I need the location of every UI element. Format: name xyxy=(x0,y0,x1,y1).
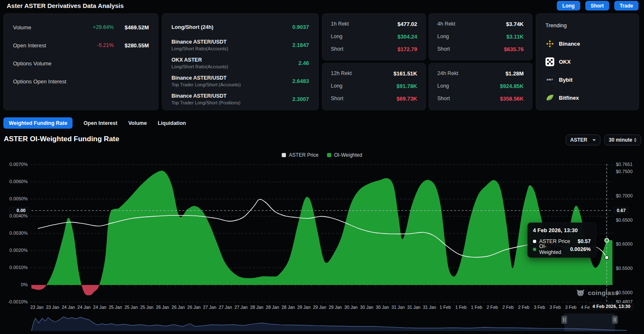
legend-item[interactable]: ASTER Price xyxy=(282,152,319,158)
ratio-row: Binance ASTER/USDTLong/Short Ratio(Accou… xyxy=(171,38,309,52)
rekt-row: Short$358.56K xyxy=(437,94,524,103)
binance-logo xyxy=(545,39,554,48)
tooltip-rows: ASTER Price$0.57OI-Weighted0.0026% xyxy=(533,237,591,253)
rekt-short-value: $358.56K xyxy=(500,96,524,102)
okx-logo-icon xyxy=(545,57,554,66)
right-axis-tick: $0.7000 xyxy=(616,193,633,198)
x-axis-tick: 29 Jan xyxy=(329,305,342,310)
chart-section-title: ASTER OI-Weighted Funding Rate xyxy=(4,135,119,143)
tooltip-series-dot xyxy=(533,240,536,243)
x-axis-tick: 26 Jan xyxy=(156,305,169,310)
ratio-label-group: Binance ASTER/USDTTop Trader Long/Short … xyxy=(171,93,292,105)
right-axis-tick: $0.7500 xyxy=(616,169,633,174)
x-axis-tick: 2 Feb xyxy=(518,305,530,310)
trending-item-bitfinex[interactable]: Bitfinex xyxy=(545,93,629,103)
x-axis-tick: 28 Jan xyxy=(266,305,279,310)
rekt-total-label: 4h Rekt xyxy=(437,21,506,27)
tab-open-interest[interactable]: Open Interest xyxy=(83,117,117,129)
rekt-short-label: Short xyxy=(331,96,397,101)
trade-button[interactable]: Trade xyxy=(614,1,639,10)
x-axis-tick: 26 Jan xyxy=(187,305,201,310)
right-axis-tick: $0.5500 xyxy=(616,266,633,271)
left-axis-tick: 0.0030% xyxy=(0,230,28,236)
svg-text:BYB!T: BYB!T xyxy=(547,79,553,81)
tab-weighted-funding-rate[interactable]: Weighted Funding Rate xyxy=(3,117,73,129)
rekt-long-value: $924.85K xyxy=(500,83,524,89)
rekt-total-value: $3.74K xyxy=(506,21,524,27)
trending-item-okx[interactable]: OKX xyxy=(545,57,629,67)
tab-liquidation[interactable]: Liquidation xyxy=(158,117,186,129)
ratio-title: Long/Short (24h) xyxy=(171,24,292,30)
long-button[interactable]: Long xyxy=(557,1,580,10)
rekt-short-value: $172.79 xyxy=(397,46,417,52)
ratio-value: 0.9037 xyxy=(292,24,309,30)
tooltip-series-label: OI-Weighted xyxy=(539,243,567,255)
rekt-short-label: Short xyxy=(437,96,500,101)
navigator-handle[interactable] xyxy=(612,316,618,324)
x-axis-tick: 23 Jan xyxy=(30,305,44,310)
bull-icon xyxy=(576,288,585,297)
chart-navigator[interactable] xyxy=(0,313,644,331)
rekt-row: Short$69.73K xyxy=(331,94,417,103)
trending-item-bybit[interactable]: BYB!TBybit xyxy=(545,75,629,85)
ratio-value: 2.6483 xyxy=(292,78,309,84)
short-button[interactable]: Short xyxy=(585,1,609,10)
ratio-subtitle: Top Trader Long/Short (Positions) xyxy=(171,100,292,105)
tooltip-row: OI-Weighted0.0026% xyxy=(533,245,591,253)
rekt-card-1h: 1h Rekt$477.02Long$304.24Short$172.79 xyxy=(322,13,426,60)
ratio-subtitle: Long/Short Ratio(Accounts) xyxy=(171,46,292,51)
crosshair-right-label: 0.67 xyxy=(614,207,628,214)
rekt-row: Long$91.78K xyxy=(331,81,417,91)
legend-label: ASTER Price xyxy=(289,152,319,158)
interval-select[interactable]: 30 minute xyxy=(604,135,641,145)
ratio-value: 2.3007 xyxy=(292,96,309,102)
ratio-row: Long/Short (24h)0.9037 xyxy=(171,20,309,34)
market-stats-card: Volume+29.64%$469.52MOpen Interest-5.21%… xyxy=(3,13,158,110)
rekt-total-label: 12h Rekt xyxy=(331,70,394,76)
x-axis-tick: 2 Feb xyxy=(487,305,498,310)
tooltip-title: 4 Feb 2026, 13:30 xyxy=(533,227,591,233)
ratio-title: Binance ASTER/USDT xyxy=(171,75,292,81)
rekt-short-label: Short xyxy=(331,46,397,52)
x-axis-tick: 3 Feb xyxy=(534,305,545,310)
rekt-total-value: $161.51K xyxy=(394,70,417,77)
navigator-handle[interactable] xyxy=(561,316,567,324)
tooltip-series-value: $0.57 xyxy=(578,238,591,244)
stat-label: Options Open Interest xyxy=(13,78,81,85)
crosshair-time-label: 4 Feb 2026, 13:30 xyxy=(589,303,634,310)
market-stats-rows: Volume+29.64%$469.52MOpen Interest-5.21%… xyxy=(13,23,149,86)
trending-items: BinanceOKXBYB!TBybitBitfinex xyxy=(545,39,629,103)
legend-swatch xyxy=(282,153,286,157)
x-axis-tick: 31 Jan xyxy=(423,305,436,310)
chevron-down-icon xyxy=(592,139,596,141)
watermark-label: coinglass xyxy=(588,289,618,297)
legend-item[interactable]: OI-Weighted xyxy=(327,152,362,158)
x-axis-tick: 3 Feb xyxy=(550,305,561,310)
bitfinex-logo-icon xyxy=(545,93,554,102)
stat-row: Options Volume xyxy=(13,59,149,68)
x-axis-tick: 23 Jan xyxy=(46,305,60,310)
left-axis-tick: 0.0010% xyxy=(0,265,28,270)
trending-exchange-name: OKX xyxy=(559,59,571,65)
symbol-select[interactable]: ASTER xyxy=(566,135,600,145)
x-axis-tick: 28 Jan xyxy=(282,305,295,310)
ratio-subtitle: Long/Short Ratio(Accounts) xyxy=(171,64,299,69)
trending-item-binance[interactable]: Binance xyxy=(545,39,629,49)
rekt-row: 24h Rekt$1.28M xyxy=(437,69,524,78)
left-axis-tick: 0% xyxy=(0,282,28,287)
rekt-card-12h: 12h Rekt$161.51KLong$91.78KShort$69.73K xyxy=(322,63,426,110)
rekt-total-label: 1h Rekt xyxy=(331,21,397,27)
tab-volume[interactable]: Volume xyxy=(128,117,147,129)
rekt-card-24h: 24h Rekt$1.28MLong$924.85KShort$358.56K xyxy=(428,63,532,110)
rekt-row: 1h Rekt$477.02 xyxy=(331,19,417,28)
rekt-total-value: $477.02 xyxy=(397,21,417,27)
x-axis-tick: 1 Feb xyxy=(439,305,451,310)
x-axis-tick: 27 Jan xyxy=(234,305,248,310)
ratio-label-group: OKX ASTERLong/Short Ratio(Accounts) xyxy=(171,57,299,69)
ratio-title: OKX ASTER xyxy=(171,57,299,63)
binance-logo-icon xyxy=(545,39,554,48)
x-axis-tick: 31 Jan xyxy=(407,305,421,310)
ratio-row: Binance ASTER/USDTTop Trader Long/Short … xyxy=(171,74,309,88)
x-axis-tick: 27 Jan xyxy=(203,305,216,310)
x-axis-tick: 30 Jan xyxy=(376,305,389,310)
